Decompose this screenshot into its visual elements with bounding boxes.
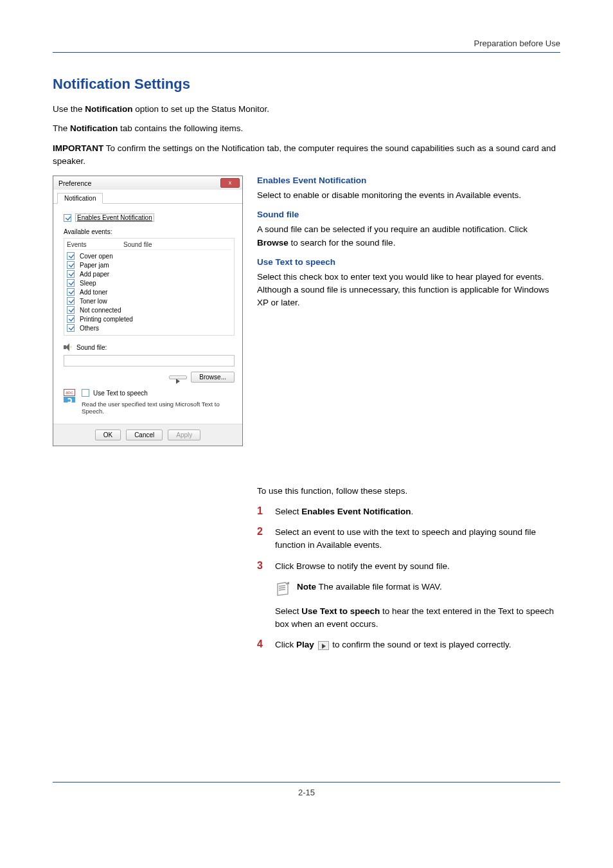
event-label: Toner low	[80, 298, 107, 305]
note-label: Note	[297, 582, 316, 592]
ok-button[interactable]: OK	[95, 429, 121, 440]
p3a: Select	[275, 606, 301, 616]
event-checkbox[interactable]	[67, 324, 75, 332]
event-row[interactable]: Toner low	[67, 296, 231, 305]
sub-tts: Use Text to speech	[257, 257, 560, 267]
event-row[interactable]: Add toner	[67, 287, 231, 296]
enable-notification-checkbox[interactable]	[64, 214, 71, 222]
apply-button[interactable]: Apply	[168, 429, 200, 440]
event-row[interactable]: Others	[67, 323, 231, 332]
event-checkbox[interactable]	[67, 306, 75, 314]
note-body: The available file format is WAV.	[316, 582, 442, 592]
event-row[interactable]: Add paper	[67, 269, 231, 278]
intro1-bold: Notification	[85, 104, 132, 114]
tts-para: Select this check box to enter text you …	[257, 271, 560, 310]
event-checkbox[interactable]	[67, 270, 75, 278]
s4b: Play	[296, 640, 314, 649]
event-label: Add toner	[80, 289, 107, 296]
soundfile-a: A sound file can be selected if you requ…	[257, 224, 528, 234]
sub-enables: Enables Event Notification	[257, 176, 560, 185]
tts-checkbox[interactable]	[82, 389, 89, 397]
step-num-1: 1	[257, 505, 266, 517]
soundfile-input[interactable]	[64, 355, 235, 366]
tts-label: Use Text to speech	[93, 390, 148, 397]
browse-button[interactable]: Browse...	[191, 372, 235, 383]
s1a: Select	[275, 507, 301, 516]
intro2-pre: The	[53, 123, 70, 133]
play-button[interactable]	[169, 375, 187, 379]
step-num-4: 4	[257, 638, 266, 650]
event-row[interactable]: Cover open	[67, 251, 231, 260]
event-row[interactable]: Sleep	[67, 278, 231, 287]
soundfile-label: Sound file:	[76, 344, 107, 351]
events-col-header: Events	[67, 241, 123, 248]
soundfile-col-header: Sound file	[123, 241, 152, 248]
step-2: Select an event to use with the text to …	[275, 526, 560, 552]
p3b: Use Text to speech	[301, 606, 380, 616]
event-label: Not connected	[80, 307, 121, 314]
event-label: Others	[80, 325, 99, 332]
enables-para: Select to enable or disable monitoring t…	[257, 189, 560, 202]
event-checkbox[interactable]	[67, 252, 75, 260]
tab-notification[interactable]: Notification	[57, 193, 103, 204]
dialog-title: Preference	[58, 179, 91, 187]
s1b: Enables Event Notification	[301, 507, 411, 516]
event-label: Add paper	[80, 271, 109, 278]
note-icon	[275, 581, 290, 596]
intro1-pre: Use the	[53, 104, 85, 114]
page-footer: 2-15	[53, 782, 560, 797]
event-checkbox[interactable]	[67, 288, 75, 296]
event-checkbox[interactable]	[67, 261, 75, 269]
note-text: Note The available file format is WAV.	[297, 581, 560, 593]
enable-notification-row[interactable]: Enables Event Notification	[64, 213, 235, 222]
step-3: Click Browse to notify the event by soun…	[275, 560, 560, 573]
tts-icon: abc	[64, 389, 76, 403]
step-1: Select Enables Event Notification.	[275, 505, 560, 518]
post-step3: Select Use Text to speech to hear the te…	[275, 605, 560, 631]
step-num-2: 2	[257, 526, 266, 538]
events-table: Events Sound file Cover open Paper jam A…	[64, 238, 235, 336]
event-checkbox[interactable]	[67, 315, 75, 323]
intro-2: The Notification tab contains the follow…	[53, 122, 560, 135]
tts-hint: Read the user specified text using Micro…	[82, 401, 235, 415]
close-button[interactable]: x	[220, 178, 240, 188]
intro-1: Use the Notification option to set up th…	[53, 103, 560, 116]
tabstrip: Notification	[53, 190, 242, 204]
event-label: Printing completed	[80, 316, 133, 323]
tts-row[interactable]: Use Text to speech	[82, 389, 235, 397]
step-num-3: 3	[257, 560, 266, 572]
intro1-post: option to set up the Status Monitor.	[133, 104, 269, 114]
speaker-icon: ›	[64, 343, 73, 351]
event-row[interactable]: Not connected	[67, 305, 231, 314]
event-label: Cover open	[80, 253, 113, 260]
intro2-bold: Notification	[70, 123, 118, 133]
event-label: Sleep	[80, 280, 96, 287]
event-checkbox[interactable]	[67, 279, 75, 287]
soundfile-b: Browse	[257, 238, 289, 248]
available-events-label: Available events:	[64, 228, 235, 235]
soundfile-c: to search for the sound file.	[289, 238, 396, 248]
event-checkbox[interactable]	[67, 297, 75, 305]
enable-notification-label: Enables Event Notification	[75, 213, 154, 222]
preference-dialog: Preference x Notification Enables Event …	[53, 176, 243, 446]
step-4: Click Play to confirm the sound or text …	[275, 638, 560, 651]
important-body: To confirm the settings on the Notificat…	[53, 143, 556, 166]
soundfile-para: A sound file can be selected if you requ…	[257, 223, 560, 249]
play-icon	[318, 641, 329, 650]
page-title: Notification Settings	[53, 76, 560, 93]
s1c: .	[411, 507, 414, 516]
sub-soundfile: Sound file	[257, 210, 560, 219]
steps-intro: To use this function, follow these steps…	[257, 485, 560, 498]
important-note: IMPORTANT To confirm the settings on the…	[53, 142, 560, 168]
event-row[interactable]: Printing completed	[67, 314, 231, 323]
event-row[interactable]: Paper jam	[67, 260, 231, 269]
cancel-button[interactable]: Cancel	[126, 429, 163, 440]
header-section: Preparation before Use	[53, 39, 560, 53]
intro2-post: tab contains the following items.	[118, 123, 243, 133]
event-label: Paper jam	[80, 262, 109, 269]
important-label: IMPORTANT	[53, 143, 103, 153]
s4c: to confirm the sound or text is played c…	[332, 640, 511, 649]
s4a: Click	[275, 640, 296, 649]
